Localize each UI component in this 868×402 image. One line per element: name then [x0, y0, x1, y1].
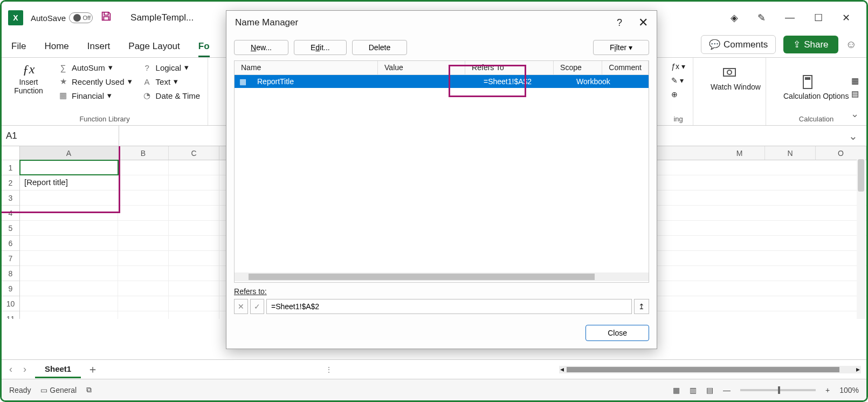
dialog-close-action[interactable]: Close — [585, 325, 649, 341]
excel-icon: X — [8, 10, 23, 25]
row-header[interactable]: 7 — [2, 251, 19, 266]
zoom-slider[interactable] — [740, 389, 816, 391]
collapse-ribbon-icon[interactable]: ⌄ — [851, 108, 859, 120]
chevron-down-icon: ▾ — [108, 63, 113, 72]
money-icon: ▦ — [58, 90, 68, 101]
refers-to-input[interactable] — [266, 299, 632, 314]
accessibility-icon[interactable]: ▭ General — [40, 386, 77, 394]
financial-button[interactable]: ▦Financial ▾ — [58, 90, 132, 101]
view-page-layout-icon[interactable]: ▥ — [690, 386, 697, 394]
names-list[interactable]: Name Value Refers To Scope Comment ▦ Rep… — [234, 60, 649, 283]
feedback-icon[interactable]: ☺ — [846, 38, 857, 51]
col-header-scope[interactable]: Scope — [554, 61, 602, 74]
edit-name-button[interactable]: Edit... — [294, 40, 347, 55]
clock-icon: ◔ — [142, 90, 153, 101]
date-time-button[interactable]: ◔Date & Time — [142, 90, 201, 101]
close-window-button[interactable]: ✕ — [842, 12, 850, 24]
dialog-close-button[interactable]: ✕ — [638, 16, 648, 30]
save-icon[interactable] — [100, 10, 112, 25]
calc-now-icon[interactable]: ▦ — [851, 76, 859, 86]
cell-a1[interactable] — [20, 160, 118, 175]
minimize-button[interactable]: — — [785, 12, 795, 24]
premium-icon[interactable]: ◈ — [731, 12, 738, 24]
new-name-button[interactable]: New... — [234, 40, 288, 55]
col-header-value[interactable]: Value — [378, 61, 465, 74]
col-header-comment[interactable]: Comment — [602, 61, 649, 74]
calculation-group-label: Calculation — [774, 113, 859, 123]
row-header[interactable]: 3 — [2, 190, 19, 206]
text-icon: A — [142, 76, 153, 87]
range-selector-icon[interactable]: ↥ — [634, 299, 649, 314]
name-row-selected[interactable]: ▦ ReportTitle =Sheet1!$A$2 Workbook — [235, 75, 649, 88]
column-header[interactable]: N — [765, 146, 816, 160]
zoom-in-icon[interactable]: + — [825, 386, 830, 394]
display-settings-icon[interactable]: ⧉ — [86, 385, 92, 394]
row-header[interactable]: 5 — [2, 221, 19, 236]
delete-name-button[interactable]: Delete — [352, 40, 407, 55]
scroll-right-icon[interactable]: ▸ — [856, 365, 860, 373]
text-button[interactable]: AText ▾ — [142, 76, 201, 87]
name-icon: ▦ — [235, 76, 251, 87]
col-header-refers[interactable]: Refers To — [465, 61, 554, 74]
confirm-edit-icon[interactable]: ✓ — [250, 299, 264, 314]
row-header[interactable]: 1 — [2, 160, 19, 175]
prev-sheet-icon[interactable]: ‹ — [7, 364, 15, 375]
row-header[interactable]: 2 — [2, 175, 19, 190]
column-header[interactable]: C — [169, 146, 219, 160]
tab-insert[interactable]: Insert — [87, 41, 111, 57]
expand-formula-bar-icon[interactable]: ⌄ — [840, 130, 866, 142]
partial-icon3[interactable]: ⊕ — [671, 90, 685, 99]
col-header-name[interactable]: Name — [235, 61, 378, 74]
column-header[interactable]: M — [714, 146, 765, 160]
select-all-corner[interactable] — [2, 146, 19, 160]
tab-home[interactable]: Home — [44, 41, 68, 57]
dialog-titlebar[interactable]: Name Manager ? ✕ — [226, 11, 657, 35]
calc-sheet-icon[interactable]: ▤ — [851, 89, 859, 99]
insert-function-button[interactable]: ƒx Insert Function — [9, 62, 48, 113]
partial-group-label: ing — [671, 113, 685, 123]
horizontal-scrollbar[interactable]: ◂ ▸ — [559, 366, 861, 373]
vertical-scrollbar[interactable] — [857, 146, 865, 319]
logical-button[interactable]: ?Logical ▾ — [142, 62, 201, 73]
watch-window-button[interactable]: Watch Window — [701, 62, 758, 94]
document-title: SampleTempl... — [130, 12, 194, 23]
view-normal-icon[interactable]: ▦ — [673, 386, 680, 394]
maximize-button[interactable]: ☐ — [814, 12, 823, 24]
name-box[interactable]: A1 — [2, 126, 119, 146]
zoom-out-icon[interactable]: — — [723, 386, 731, 394]
cancel-edit-icon[interactable]: ✕ — [234, 299, 248, 314]
next-sheet-icon[interactable]: › — [21, 364, 29, 375]
add-sheet-button[interactable]: ＋ — [87, 362, 98, 377]
autosum-button[interactable]: ∑AutoSum ▾ — [58, 62, 132, 73]
column-header[interactable]: A — [20, 146, 118, 160]
row-header[interactable]: 6 — [2, 236, 19, 251]
tab-page-layout[interactable]: Page Layout — [128, 41, 180, 57]
dialog-horizontal-scrollbar[interactable] — [235, 272, 649, 281]
row-header[interactable]: 11 — [2, 311, 19, 319]
sheet-tab-bar: ‹ › Sheet1 ＋ ⋮ ◂ ▸ — [2, 359, 866, 379]
cell-a2[interactable]: [Report title] — [20, 175, 118, 190]
tab-formulas[interactable]: Fo — [198, 41, 210, 57]
sheet-tab-active[interactable]: Sheet1 — [35, 361, 81, 378]
recently-used-button[interactable]: ★Recently Used ▾ — [58, 76, 132, 87]
filter-button[interactable]: Filter ▾ — [593, 40, 649, 55]
row-header[interactable]: 9 — [2, 281, 19, 296]
share-button[interactable]: ⇪ Share — [783, 36, 838, 53]
coauthor-icon[interactable]: ✎ — [757, 12, 766, 24]
partial-icon2[interactable]: ✎ ▾ — [671, 76, 685, 85]
partial-icon[interactable]: ƒx ▾ — [671, 62, 685, 71]
calculation-options-button[interactable]: Calculation Options — [774, 62, 842, 113]
sheet-tab-options-icon[interactable]: ⋮ — [324, 365, 334, 374]
column-header[interactable]: B — [118, 146, 169, 160]
view-page-break-icon[interactable]: ▤ — [706, 386, 713, 394]
dialog-help-button[interactable]: ? — [617, 17, 622, 29]
zoom-level[interactable]: 100% — [839, 386, 859, 394]
tab-file[interactable]: File — [11, 41, 26, 57]
row-header[interactable]: 10 — [2, 296, 19, 311]
comments-button[interactable]: 💬 Comments — [701, 35, 776, 54]
autosave-toggle[interactable]: AutoSave Off — [31, 12, 93, 23]
scroll-left-icon[interactable]: ◂ — [560, 365, 564, 373]
row-header[interactable]: 4 — [2, 206, 19, 221]
row-header[interactable]: 8 — [2, 266, 19, 281]
calculator-icon — [800, 74, 815, 90]
